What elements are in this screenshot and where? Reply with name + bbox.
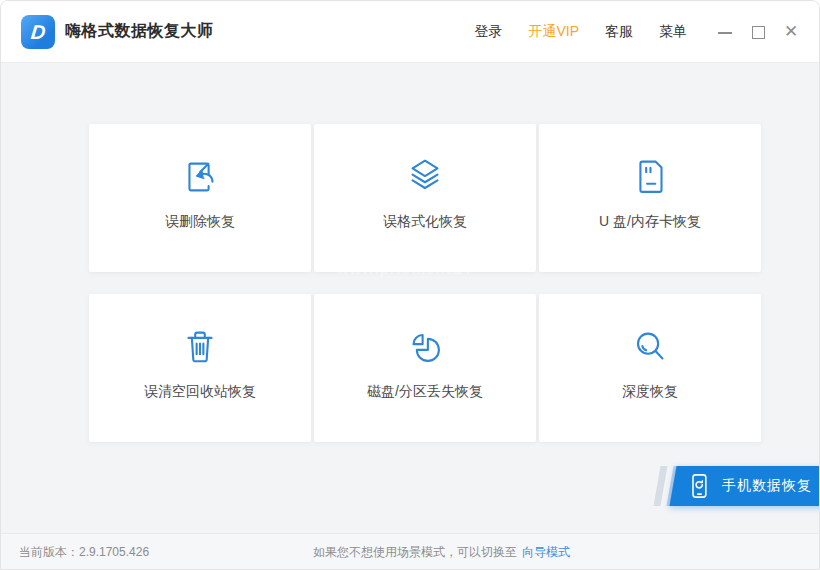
mode-switch-hint: 如果您不想使用场景模式，可以切换至向导模式: [313, 544, 570, 561]
card-undelete-recovery[interactable]: 误删除恢复: [89, 124, 311, 272]
app-logo: D: [21, 15, 55, 49]
card-label: U 盘/内存卡恢复: [599, 213, 701, 231]
scene-mode-panel: www.pHome.NET 误删除恢复: [1, 63, 819, 533]
menu-button[interactable]: 菜单: [659, 23, 687, 41]
card-usb-sdcard-recovery[interactable]: U 盘/内存卡恢复: [539, 124, 761, 272]
close-button[interactable]: ✕: [783, 24, 799, 40]
wizard-mode-link[interactable]: 向导模式: [522, 545, 570, 559]
card-label: 磁盘/分区丢失恢复: [367, 383, 483, 401]
sd-card-icon: [627, 154, 673, 200]
version-number: 2.9.1705.426: [79, 545, 149, 559]
phone-banner-label: 手机数据恢复: [722, 477, 812, 495]
header-nav: 登录 开通VIP 客服 菜单: [474, 23, 687, 41]
phone-recovery-icon: [687, 472, 711, 500]
layers-icon: [402, 154, 448, 200]
card-label: 误格式化恢复: [383, 213, 467, 231]
card-label: 误删除恢复: [165, 213, 235, 231]
title-bar: D 嗨格式数据恢复大师 登录 开通VIP 客服 菜单 ✕: [1, 1, 819, 63]
card-label: 误清空回收站恢复: [144, 383, 256, 401]
logo-letter: D: [30, 22, 47, 42]
app-title: 嗨格式数据恢复大师: [65, 21, 214, 42]
mode-hint-text: 如果您不想使用场景模式，可以切换至: [313, 545, 517, 559]
card-unformat-recovery[interactable]: 误格式化恢复: [314, 124, 536, 272]
login-button[interactable]: 登录: [474, 23, 502, 41]
maximize-button[interactable]: [750, 24, 766, 40]
recovery-cards-grid: 误删除恢复 误格式化恢复: [89, 124, 761, 442]
status-bar: 当前版本：2.9.1705.426 如果您不想使用场景模式，可以切换至向导模式: [1, 533, 819, 570]
banner-stripe-decoration: [653, 466, 667, 506]
window-controls: ✕: [717, 24, 799, 40]
magnifier-icon: [627, 324, 673, 370]
minimize-button[interactable]: [717, 24, 733, 40]
phone-data-recovery-button[interactable]: 手机数据恢复: [669, 466, 820, 506]
card-deep-recovery[interactable]: 深度恢复: [539, 294, 761, 442]
document-restore-icon: [177, 154, 223, 200]
customer-service-button[interactable]: 客服: [605, 23, 633, 41]
version-label: 当前版本：: [19, 545, 79, 559]
app-window: D 嗨格式数据恢复大师 登录 开通VIP 客服 菜单 ✕ www.pHome.N…: [0, 0, 820, 570]
pie-chart-icon: [402, 324, 448, 370]
card-label: 深度恢复: [622, 383, 678, 401]
card-partition-loss-recovery[interactable]: 磁盘/分区丢失恢复: [314, 294, 536, 442]
version-info: 当前版本：2.9.1705.426: [19, 544, 149, 561]
trash-icon: [177, 324, 223, 370]
open-vip-button[interactable]: 开通VIP: [528, 23, 579, 41]
card-recycle-bin-recovery[interactable]: 误清空回收站恢复: [89, 294, 311, 442]
